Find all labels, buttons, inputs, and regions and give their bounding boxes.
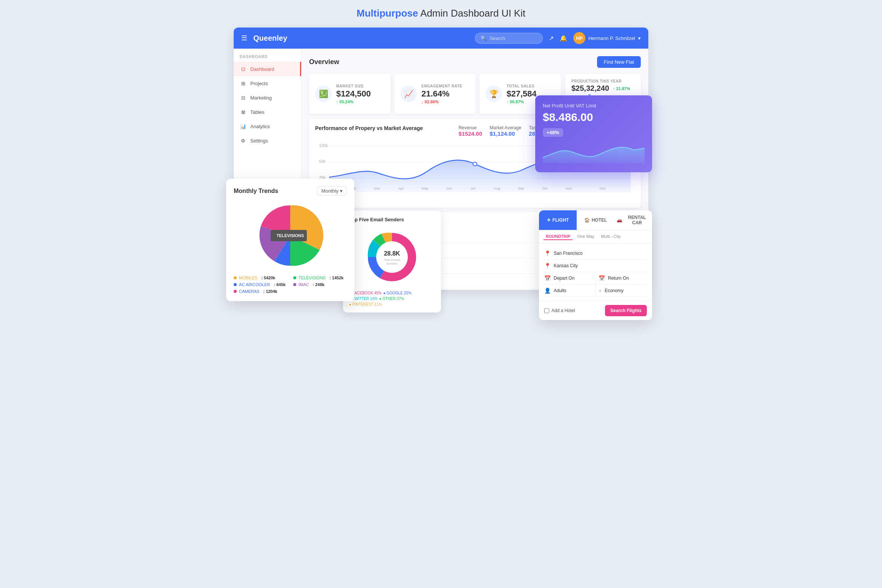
svg-text:Senders: Senders (386, 262, 398, 265)
calendar-icon-return: 📅 (599, 275, 605, 281)
sidebar-item-marketing[interactable]: ⊟ Marketing (234, 90, 301, 105)
mt-title: Monthly Trends (234, 188, 278, 194)
svg-text:100k: 100k (319, 144, 328, 148)
svg-text:28.8K: 28.8K (384, 250, 400, 257)
svg-text:Mar: Mar (374, 187, 380, 190)
np-value: $8.486.00 (543, 111, 645, 124)
email-panel: Top Five Email Senders 28.8K (343, 211, 441, 312)
sidebar-item-projects[interactable]: ⊞ Projects (234, 76, 301, 90)
overview-title: Overview (309, 58, 339, 66)
car-tab-label: RENTAL CAR (624, 215, 650, 225)
subtab-roundtrip[interactable]: ROUNDTRIP (544, 233, 573, 240)
calendar-icon-depart: 📅 (544, 275, 551, 281)
engagement-label: ENGAGEMENT RATE (421, 84, 470, 88)
np-wave-svg (543, 141, 645, 163)
sales-icon: 🏆 (485, 86, 502, 102)
find-flat-button[interactable]: Find New Flat (597, 56, 641, 68)
legend-cameras: CAMERAS : 1204k (234, 289, 287, 294)
bell-icon[interactable]: 🔔 (560, 35, 567, 42)
subtab-multicity[interactable]: Multi - City (599, 233, 623, 240)
sidebar-label-dashboard: Dashboard (250, 66, 274, 72)
tab-rental-car[interactable]: 🚗 RENTAL CAR (614, 210, 652, 230)
from-value: San Francisco (554, 251, 583, 256)
sidebar-item-analytics[interactable]: 📊 Analytics (234, 119, 301, 133)
production-value: $25,32,240 (571, 84, 609, 93)
car-icon: 🚗 (617, 217, 622, 223)
share-icon[interactable]: ↗ (549, 35, 554, 42)
overview-header: Overview Find New Flat (309, 56, 641, 68)
adults-field: 👤 Adults (544, 285, 596, 297)
cameras-name: CAMERAS (239, 289, 259, 294)
imac-value: : 248k (313, 282, 325, 287)
sidebar-item-dashboard[interactable]: ⊡ Dashboard (234, 62, 301, 76)
other-label: ● OTHER 07% (379, 297, 404, 301)
avatar: HP (573, 32, 585, 44)
sidebar-section-label: DASHBOARD (234, 55, 301, 62)
sidebar-item-tables[interactable]: ⊠ Tables (234, 105, 301, 119)
to-value: Kansas City (554, 263, 578, 268)
pinterest-label: ● PINTEREST 11% (349, 302, 382, 306)
search-box[interactable]: 🔍 (475, 33, 543, 44)
pie-chart-svg: TELEVISIONS (256, 202, 324, 270)
adults-label: Adults (554, 288, 566, 293)
stat-market-size: 💹 MARKET SIZE $124,500 ↑ 05.24% (309, 74, 390, 114)
email-panel-title: Top Five Email Senders (349, 217, 435, 222)
user-name: Hermann P. Schnitzel (588, 35, 635, 41)
flight-icon: ✈ (547, 217, 551, 223)
hotel-tab-label: HOTEL (592, 217, 607, 223)
market-avg-value: $1,124.00 (490, 130, 521, 137)
svg-text:May: May (421, 187, 428, 190)
title-prefix: Multipurpose (357, 8, 418, 19)
title-main: Admin Dashboard UI Kit (418, 8, 525, 19)
adults-icon: 👤 (544, 288, 551, 294)
cameras-value: : 1204k (263, 289, 277, 294)
sales-label: TOTAL SALES (507, 84, 555, 88)
sidebar-label-marketing: Marketing (250, 95, 272, 101)
return-label: Return On (608, 276, 629, 281)
fp-body: 📍 San Francisco 📍 Kansas City 📅 Depart O… (539, 243, 652, 301)
monthly-dropdown[interactable]: Monthly ▾ (317, 186, 347, 196)
add-hotel-checkbox[interactable] (544, 308, 549, 313)
svg-text:TELEVISIONS: TELEVISIONS (277, 233, 304, 238)
cameras-dot (234, 290, 237, 293)
svg-text:Nov: Nov (566, 187, 572, 190)
market-value: $124,500 (336, 89, 384, 99)
location-to-icon: 📍 (544, 263, 551, 269)
pie-chart-container: TELEVISIONS (234, 202, 347, 270)
tv-value: : 1452k (329, 276, 343, 280)
imac-name: IMAC (299, 282, 309, 287)
svg-text:Oct: Oct (542, 187, 548, 190)
donut-chart-svg: 28.8K Total Emails Senders (362, 227, 422, 287)
search-flights-button[interactable]: Search Flights (605, 305, 647, 316)
engagement-change: ↓ 02.86% (421, 100, 470, 104)
svg-text:Total Emails: Total Emails (384, 258, 400, 262)
tab-flight[interactable]: ✈ FLIGHT (539, 210, 577, 230)
donut-legend: ● FACEBOOK 45% ● GOOGLE 25% ● TWITTER 14… (349, 291, 435, 306)
mobiles-name: MOBILES (239, 276, 257, 280)
svg-text:50k: 50k (319, 159, 326, 164)
mobiles-value: : 5420k (261, 276, 275, 280)
google-label: ● GOOGLE 25% (383, 291, 412, 295)
sidebar-label-tables: Tables (250, 109, 265, 115)
svg-text:Sep: Sep (518, 187, 524, 190)
hamburger-icon[interactable]: ☰ (241, 34, 247, 42)
ac-dot (234, 283, 237, 286)
sidebar-item-settings[interactable]: ⚙ Settings (234, 133, 301, 148)
analytics-icon: 📊 (240, 123, 247, 130)
production-change: ↑ 21.87% (613, 86, 630, 91)
tab-hotel[interactable]: 🏠 HOTEL (577, 210, 614, 230)
legend-televisions: TELEVISIONS : 1452k (293, 276, 347, 280)
brand-name: Queenley (253, 34, 469, 43)
engagement-icon: 📈 (400, 86, 417, 102)
search-input[interactable] (490, 35, 542, 41)
engagement-value: 21.64% (421, 89, 470, 99)
chevron-down-icon: ▾ (340, 188, 343, 194)
user-menu[interactable]: HP Hermann P. Schnitzel ▾ (573, 32, 641, 44)
subtab-oneway[interactable]: One Way (575, 233, 596, 240)
stat-engagement: 📈 ENGAGEMENT RATE 21.64% ↓ 02.86% (394, 74, 476, 114)
np-badge: +48% (543, 128, 563, 137)
revenue-value: $1524.00 (459, 130, 482, 137)
tv-dot (293, 276, 296, 279)
fp-tabs: ✈ FLIGHT 🏠 HOTEL 🚗 RENTAL CAR (539, 210, 652, 230)
ac-value: : 645k (274, 282, 286, 287)
